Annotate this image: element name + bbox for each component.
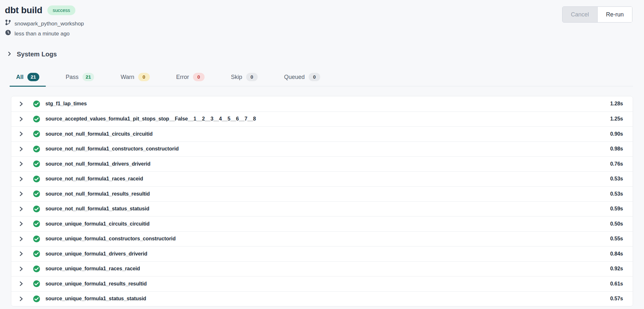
check-circle-icon bbox=[33, 100, 40, 108]
tab-skip[interactable]: Skip 0 bbox=[225, 69, 264, 87]
result-name: source_not_null_formula1_constructors_co… bbox=[45, 146, 610, 152]
result-name: source_unique_formula1_races_raceid bbox=[45, 266, 610, 272]
result-duration: 0.92s bbox=[610, 266, 623, 272]
result-row[interactable]: source_accepted_values_formula1_pit_stop… bbox=[11, 111, 633, 127]
check-circle-icon bbox=[33, 235, 40, 243]
result-row[interactable]: source_unique_formula1_constructors_cons… bbox=[11, 231, 633, 246]
status-filter-tabs: All 21 Pass 21 Warn 0 Error 0 Skip 0 Que… bbox=[10, 69, 633, 86]
result-duration: 0.53s bbox=[610, 176, 623, 182]
result-row[interactable]: stg_f1_lap_times 1.28s bbox=[11, 96, 633, 111]
tab-count-badge: 21 bbox=[27, 73, 39, 81]
result-row[interactable]: source_not_null_formula1_drivers_driveri… bbox=[11, 156, 633, 171]
result-row[interactable]: source_unique_formula1_results_resultid … bbox=[11, 276, 633, 291]
result-name: source_not_null_formula1_results_resulti… bbox=[45, 191, 610, 197]
check-circle-icon bbox=[33, 160, 40, 168]
chevron-right-icon[interactable] bbox=[18, 116, 24, 122]
tab-count-badge: 0 bbox=[138, 73, 150, 81]
check-circle-icon bbox=[33, 130, 40, 138]
result-name: source_unique_formula1_constructors_cons… bbox=[45, 236, 610, 242]
branch-row: snowpark_python_workshop bbox=[5, 19, 632, 28]
page-title: dbt build bbox=[5, 5, 42, 15]
result-name: source_accepted_values_formula1_pit_stop… bbox=[45, 116, 610, 122]
tab-count-badge: 0 bbox=[193, 73, 205, 81]
chevron-right-icon[interactable] bbox=[18, 101, 24, 107]
result-name: source_not_null_formula1_status_statusid bbox=[45, 206, 610, 212]
tab-count-badge: 0 bbox=[309, 73, 320, 81]
git-branch-icon bbox=[5, 19, 11, 28]
result-duration: 0.76s bbox=[610, 161, 623, 167]
chevron-right-icon bbox=[6, 51, 12, 58]
result-duration: 0.98s bbox=[610, 146, 623, 152]
result-duration: 0.84s bbox=[610, 251, 623, 257]
result-name: source_unique_formula1_results_resultid bbox=[45, 281, 610, 287]
time-row: less than a minute ago bbox=[5, 29, 632, 38]
chevron-right-icon[interactable] bbox=[18, 221, 24, 227]
check-circle-icon bbox=[33, 175, 40, 183]
chevron-right-icon[interactable] bbox=[18, 281, 24, 286]
chevron-right-icon[interactable] bbox=[18, 191, 24, 197]
result-row[interactable]: source_not_null_formula1_circuits_circui… bbox=[11, 126, 633, 141]
tab-count-badge: 21 bbox=[82, 73, 94, 81]
result-duration: 0.61s bbox=[610, 281, 623, 287]
run-actions: Cancel Re-run bbox=[562, 6, 632, 23]
run-header: dbt build success snowpark_python_worksh… bbox=[0, 0, 644, 38]
result-name: source_not_null_formula1_races_raceid bbox=[45, 176, 610, 182]
result-row[interactable]: source_not_null_formula1_status_statusid… bbox=[11, 201, 633, 217]
check-circle-icon bbox=[33, 145, 40, 153]
tab-pass[interactable]: Pass 21 bbox=[59, 69, 101, 87]
result-duration: 0.53s bbox=[610, 191, 623, 197]
check-circle-icon bbox=[33, 250, 40, 257]
chevron-right-icon[interactable] bbox=[18, 236, 24, 242]
check-circle-icon bbox=[33, 115, 40, 123]
cancel-button[interactable]: Cancel bbox=[562, 7, 598, 22]
tab-warn[interactable]: Warn 0 bbox=[114, 69, 156, 87]
result-duration: 1.25s bbox=[610, 116, 623, 122]
tab-error[interactable]: Error 0 bbox=[170, 69, 211, 87]
check-circle-icon bbox=[33, 190, 40, 198]
result-row[interactable]: source_not_null_formula1_races_raceid 0.… bbox=[11, 171, 633, 187]
results-list: stg_f1_lap_times 1.28s source_accepted_v… bbox=[11, 96, 633, 306]
system-logs-label: System Logs bbox=[17, 51, 57, 58]
chevron-right-icon[interactable] bbox=[18, 251, 24, 256]
result-row[interactable]: source_unique_formula1_status_statusid 0… bbox=[11, 291, 633, 306]
result-duration: 1.28s bbox=[610, 101, 623, 107]
check-circle-icon bbox=[33, 280, 40, 287]
status-badge: success bbox=[47, 5, 75, 15]
tab-count-badge: 0 bbox=[246, 73, 258, 81]
result-duration: 0.50s bbox=[610, 221, 623, 227]
result-name: source_not_null_formula1_drivers_driveri… bbox=[45, 161, 610, 167]
system-logs-toggle[interactable]: System Logs bbox=[6, 51, 644, 58]
chevron-right-icon[interactable] bbox=[18, 266, 24, 272]
result-row[interactable]: source_unique_formula1_races_raceid 0.92… bbox=[11, 261, 633, 276]
check-circle-icon bbox=[33, 265, 40, 273]
result-duration: 0.55s bbox=[610, 236, 623, 242]
chevron-right-icon[interactable] bbox=[18, 131, 24, 137]
result-name: source_unique_formula1_status_statusid bbox=[45, 296, 610, 302]
clock-icon bbox=[5, 29, 11, 38]
chevron-right-icon[interactable] bbox=[18, 206, 24, 212]
result-row[interactable]: source_unique_formula1_drivers_driverid … bbox=[11, 246, 633, 261]
time-ago: less than a minute ago bbox=[14, 30, 70, 37]
result-row[interactable]: source_not_null_formula1_results_resulti… bbox=[11, 186, 633, 201]
result-row[interactable]: source_unique_formula1_circuits_circuiti… bbox=[11, 216, 633, 231]
result-name: stg_f1_lap_times bbox=[45, 101, 610, 107]
tab-queued[interactable]: Queued 0 bbox=[278, 69, 327, 87]
result-duration: 0.57s bbox=[610, 296, 623, 302]
result-duration: 0.59s bbox=[610, 206, 623, 212]
chevron-right-icon[interactable] bbox=[18, 161, 24, 167]
result-name: source_unique_formula1_circuits_circuiti… bbox=[45, 221, 610, 227]
chevron-right-icon[interactable] bbox=[18, 146, 24, 152]
rerun-button[interactable]: Re-run bbox=[598, 7, 632, 22]
result-duration: 0.90s bbox=[610, 131, 623, 137]
tab-all[interactable]: All 21 bbox=[10, 69, 46, 87]
check-circle-icon bbox=[33, 295, 40, 303]
branch-name: snowpark_python_workshop bbox=[14, 20, 84, 27]
chevron-right-icon[interactable] bbox=[18, 296, 24, 302]
result-row[interactable]: source_not_null_formula1_constructors_co… bbox=[11, 141, 633, 157]
check-circle-icon bbox=[33, 220, 40, 227]
chevron-right-icon[interactable] bbox=[18, 176, 24, 182]
result-name: source_not_null_formula1_circuits_circui… bbox=[45, 131, 610, 137]
check-circle-icon bbox=[33, 205, 40, 213]
result-name: source_unique_formula1_drivers_driverid bbox=[45, 251, 610, 257]
